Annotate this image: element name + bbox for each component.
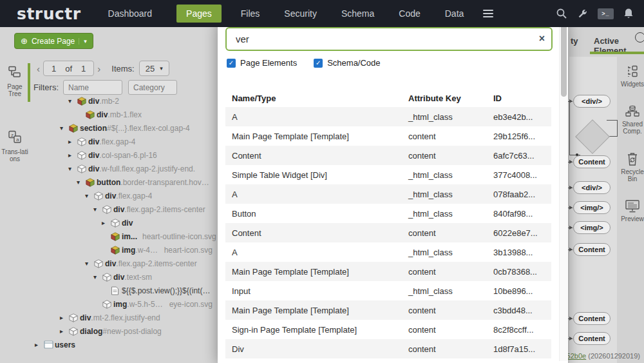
collapse-arrow-icon[interactable]: ▾ [77, 179, 86, 186]
tree-row[interactable]: img.w-4.h-...heart-icon.svg [31, 243, 216, 257]
toolbar-preview[interactable]: Preview [621, 199, 644, 222]
result-attr-key: content [408, 306, 493, 315]
toolbar-label: Widgets [621, 81, 644, 88]
tree-row[interactable]: div.mb-1.flex [31, 108, 216, 121]
expand-arrow-icon[interactable]: ▸ [68, 138, 77, 145]
tree-row[interactable]: ▸div.flex.gap-4 [31, 135, 216, 148]
collapse-arrow-icon[interactable]: ▾ [93, 273, 102, 280]
result-row[interactable]: Sign-in Page Template [Template]content8… [225, 320, 551, 339]
flow-node-content[interactable]: Content [573, 312, 611, 325]
toolbar-widgets[interactable]: Widgets [621, 64, 644, 88]
tree-node-tag: div [105, 191, 116, 201]
tree-row[interactable]: img.w-5.h-5.inlin...eye-icon.svg [31, 297, 216, 311]
wrench-icon[interactable] [577, 8, 588, 19]
result-row[interactable]: A_html_class078faab2... [225, 184, 551, 204]
tree-row[interactable]: ▸dialog#new-post-dialog [31, 324, 216, 338]
result-row[interactable]: Main Page Template [Template]content29b1… [225, 126, 551, 146]
tree-row[interactable]: im...heart-outline-icon.svg [31, 230, 216, 243]
filter-category-input[interactable] [128, 80, 177, 95]
flow-node-content[interactable]: Content [573, 243, 611, 256]
expand-arrow-icon[interactable]: ▸ [35, 341, 44, 348]
checkbox-schema-code[interactable]: ✓ Schema/Code [314, 58, 380, 68]
page-indicator[interactable]: 1 of 1 [43, 61, 94, 76]
result-row[interactable]: Button_html_class840faf98... [225, 204, 551, 223]
tree-row[interactable]: ▾button.border-transparent.hover:b... [31, 175, 216, 189]
toolbar-shared-comp[interactable]: Shared Comp. [621, 104, 644, 135]
result-row[interactable]: A_html_classeb3e42b... [225, 107, 551, 126]
tree-row[interactable]: ▾div.flex.gap-4 [31, 189, 216, 202]
chevron-down-icon[interactable]: ▾ [79, 38, 87, 44]
collapse-arrow-icon[interactable]: ▾ [85, 192, 94, 199]
collapse-arrow-icon[interactable]: ▾ [60, 124, 69, 132]
flow-node-content[interactable]: Content [573, 332, 611, 345]
search-input[interactable] [225, 27, 553, 51]
tree-row[interactable]: ▾div.flex.gap-2.items-center [31, 202, 216, 216]
scrollbar-thumb[interactable] [561, 25, 567, 97]
flow-node-content[interactable]: Content [573, 155, 611, 168]
flow-node-img[interactable]: <img/> [573, 201, 611, 214]
result-row[interactable]: Main Page Template [Template]content0cb7… [225, 262, 551, 281]
nav-item-schema[interactable]: Schema [341, 8, 374, 19]
expand-arrow-icon[interactable]: ▸ [60, 314, 69, 321]
nav-item-security[interactable]: Security [284, 8, 317, 19]
result-row[interactable]: Divcontent1d8f7a15... [225, 339, 551, 358]
tree-row[interactable]: ▸div.col-span-6.pl-16 [31, 148, 216, 162]
bell-icon[interactable] [623, 8, 634, 19]
rail-tab-translations[interactable]: za Trans-lations [0, 130, 30, 162]
tree-row[interactable]: ▸div [31, 216, 216, 230]
result-row[interactable]: Main Page Template [Template]contentc3bd… [225, 300, 551, 320]
tree-node-classes: #${...}.flex.flex-col.gap-4 [107, 124, 190, 133]
collapse-arrow-icon[interactable]: ▾ [68, 165, 77, 172]
tab-partial[interactable]: ty [571, 36, 578, 46]
result-row[interactable]: Contentcontent6afc7c63... [225, 146, 551, 165]
toolbar-recycle-bin[interactable]: Recycle Bin [621, 152, 644, 182]
collapse-arrow-icon[interactable]: ▾ [93, 206, 102, 213]
terminal-icon[interactable]: >_ [598, 8, 614, 19]
page-tree-icon [8, 66, 22, 79]
tree-row[interactable]: ▸div.mt-2.flex.justify-end [31, 311, 216, 324]
flow-node-div[interactable]: <div/> [573, 95, 611, 108]
filter-name-input[interactable] [63, 80, 122, 95]
result-name: A [225, 190, 408, 199]
more-menu-icon[interactable] [483, 10, 493, 17]
tree-row[interactable]: ▾div.flex.gap-2.items-center [31, 257, 216, 270]
nav-item-dashboard[interactable]: Dashboard [108, 8, 153, 19]
flow-node-img[interactable]: <img/> [573, 221, 611, 234]
checkbox-page-elements[interactable]: ✓ Page Elements [227, 58, 297, 68]
result-row[interactable]: Simple Table Widget [Div]_html_class377c… [225, 165, 551, 184]
cube-outline-icon [69, 327, 80, 336]
nav-item-files[interactable]: Files [241, 8, 260, 19]
tree-row[interactable]: ${{$.post.view();}}${(int(add(size... [31, 284, 216, 297]
result-id: 6afc7c63... [493, 151, 551, 161]
search-icon[interactable] [556, 8, 567, 19]
svg-text:z: z [11, 132, 14, 138]
nav-item-code[interactable]: Code [399, 8, 420, 19]
expand-arrow-icon[interactable]: ▸ [68, 152, 77, 159]
result-row[interactable]: A_html_class3b13988... [225, 242, 551, 262]
expand-arrow-icon[interactable]: ▸ [60, 328, 69, 335]
tree-node-tag: div [88, 164, 99, 173]
result-row[interactable]: Button_html_classfdc10b26... [225, 358, 551, 363]
expand-arrow-icon[interactable]: ▸ [102, 219, 111, 226]
tree-row[interactable]: ▾div.w-full.flex.gap-2.justify-end. [31, 162, 216, 175]
result-row[interactable]: Contentcontent6022e8e7... [225, 223, 551, 242]
collapse-arrow-icon[interactable]: ▾ [68, 97, 77, 104]
refresh-icon[interactable] [635, 32, 644, 43]
items-per-page-select[interactable]: 25 ▾ [139, 61, 169, 76]
tree-row[interactable]: ▾section#${...}.flex.flex-col.gap-4 [31, 121, 216, 135]
build-link[interactable]: 52b0e [567, 352, 587, 360]
collapse-arrow-icon[interactable]: ▾ [85, 260, 94, 267]
flow-node-div[interactable]: <div/> [573, 181, 611, 194]
create-page-button[interactable]: ⊕ Create Page ▾ [14, 33, 93, 49]
tree-row[interactable]: ▾div.text-sm [31, 270, 216, 284]
clear-search-icon[interactable]: × [539, 33, 545, 44]
nav-item-data[interactable]: Data [445, 8, 464, 19]
tree-row[interactable]: ▾div.mb-2 [31, 94, 216, 108]
result-row[interactable]: Input_html_class10be896... [225, 281, 551, 300]
nav-item-pages[interactable]: Pages [176, 5, 222, 23]
tree-node-tag: im... [122, 232, 137, 241]
next-page-button[interactable]: › [94, 63, 104, 74]
tree-row[interactable]: ▸users [31, 338, 216, 351]
prev-page-button[interactable]: ‹ [33, 63, 43, 74]
rail-tab-page-tree[interactable]: Page Tree [0, 66, 30, 97]
